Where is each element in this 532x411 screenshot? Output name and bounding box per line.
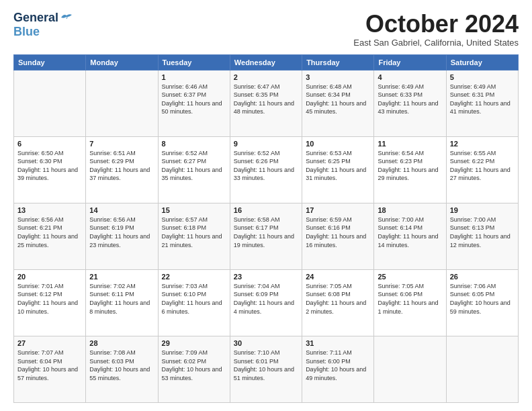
day-number: 30 <box>234 339 298 347</box>
day-number: 1 <box>162 73 226 81</box>
day-number: 31 <box>306 339 370 347</box>
day-info: Sunrise: 7:03 AM Sunset: 6:10 PM Dayligh… <box>162 282 226 316</box>
calendar-table: SundayMondayTuesdayWednesdayThursdayFrid… <box>13 54 519 403</box>
calendar-cell: 11Sunrise: 6:54 AM Sunset: 6:23 PM Dayli… <box>374 136 446 203</box>
day-info: Sunrise: 6:51 AM Sunset: 6:29 PM Dayligh… <box>89 149 154 183</box>
calendar-cell: 1Sunrise: 6:46 AM Sunset: 6:37 PM Daylig… <box>158 70 230 136</box>
header: General Blue October 2024 East San Gabri… <box>13 11 519 48</box>
col-header-thursday: Thursday <box>302 54 374 70</box>
calendar-cell: 30Sunrise: 7:10 AM Sunset: 6:01 PM Dayli… <box>230 336 302 402</box>
calendar-cell <box>446 336 518 402</box>
day-info: Sunrise: 7:08 AM Sunset: 6:03 PM Dayligh… <box>89 349 154 382</box>
day-number: 8 <box>162 140 226 148</box>
day-info: Sunrise: 6:59 AM Sunset: 6:16 PM Dayligh… <box>306 216 370 249</box>
calendar-cell <box>374 336 446 402</box>
day-number: 19 <box>450 206 515 214</box>
col-header-monday: Monday <box>86 54 158 70</box>
day-info: Sunrise: 7:00 AM Sunset: 6:13 PM Dayligh… <box>450 216 515 249</box>
calendar-cell: 29Sunrise: 7:09 AM Sunset: 6:02 PM Dayli… <box>158 336 230 402</box>
calendar-cell: 21Sunrise: 7:02 AM Sunset: 6:11 PM Dayli… <box>86 269 158 336</box>
calendar-cell: 18Sunrise: 7:00 AM Sunset: 6:14 PM Dayli… <box>374 203 446 269</box>
day-number: 16 <box>234 206 298 214</box>
calendar-cell: 12Sunrise: 6:55 AM Sunset: 6:22 PM Dayli… <box>446 136 518 203</box>
day-number: 22 <box>162 273 226 281</box>
calendar-cell: 13Sunrise: 6:56 AM Sunset: 6:21 PM Dayli… <box>14 203 86 269</box>
month-title: October 2024 <box>353 11 519 38</box>
day-number: 4 <box>378 73 442 81</box>
day-info: Sunrise: 7:00 AM Sunset: 6:14 PM Dayligh… <box>378 216 442 249</box>
day-info: Sunrise: 7:02 AM Sunset: 6:11 PM Dayligh… <box>89 282 154 316</box>
subtitle: East San Gabriel, California, United Sta… <box>353 38 519 48</box>
calendar-cell: 25Sunrise: 7:05 AM Sunset: 6:06 PM Dayli… <box>374 269 446 336</box>
day-info: Sunrise: 6:49 AM Sunset: 6:31 PM Dayligh… <box>450 83 515 116</box>
day-info: Sunrise: 7:04 AM Sunset: 6:09 PM Dayligh… <box>234 282 298 316</box>
day-number: 6 <box>17 140 82 148</box>
day-number: 7 <box>89 140 154 148</box>
day-number: 13 <box>17 206 82 214</box>
page: General Blue October 2024 East San Gabri… <box>0 0 532 411</box>
day-number: 25 <box>378 273 442 281</box>
logo-bird-icon <box>60 12 73 23</box>
calendar-cell: 17Sunrise: 6:59 AM Sunset: 6:16 PM Dayli… <box>302 203 374 269</box>
day-number: 23 <box>234 273 298 281</box>
day-number: 12 <box>450 140 515 148</box>
day-info: Sunrise: 6:53 AM Sunset: 6:25 PM Dayligh… <box>306 149 370 183</box>
calendar-cell <box>14 70 86 136</box>
day-info: Sunrise: 7:05 AM Sunset: 6:08 PM Dayligh… <box>306 282 370 316</box>
col-header-friday: Friday <box>374 54 446 70</box>
day-info: Sunrise: 7:06 AM Sunset: 6:05 PM Dayligh… <box>450 282 515 316</box>
calendar-cell: 6Sunrise: 6:50 AM Sunset: 6:30 PM Daylig… <box>14 136 86 203</box>
day-number: 26 <box>450 273 515 281</box>
day-info: Sunrise: 7:11 AM Sunset: 6:00 PM Dayligh… <box>306 349 370 382</box>
calendar-cell: 23Sunrise: 7:04 AM Sunset: 6:09 PM Dayli… <box>230 269 302 336</box>
day-info: Sunrise: 6:49 AM Sunset: 6:33 PM Dayligh… <box>378 83 442 116</box>
day-info: Sunrise: 6:50 AM Sunset: 6:30 PM Dayligh… <box>17 149 82 183</box>
calendar-cell: 4Sunrise: 6:49 AM Sunset: 6:33 PM Daylig… <box>374 70 446 136</box>
calendar-cell: 27Sunrise: 7:07 AM Sunset: 6:04 PM Dayli… <box>14 336 86 402</box>
day-info: Sunrise: 7:09 AM Sunset: 6:02 PM Dayligh… <box>162 349 226 382</box>
day-info: Sunrise: 7:01 AM Sunset: 6:12 PM Dayligh… <box>17 282 82 316</box>
day-number: 5 <box>450 73 515 81</box>
day-number: 15 <box>162 206 226 214</box>
calendar-cell: 31Sunrise: 7:11 AM Sunset: 6:00 PM Dayli… <box>302 336 374 402</box>
calendar-cell: 7Sunrise: 6:51 AM Sunset: 6:29 PM Daylig… <box>86 136 158 203</box>
day-info: Sunrise: 6:46 AM Sunset: 6:37 PM Dayligh… <box>162 83 226 116</box>
day-info: Sunrise: 6:48 AM Sunset: 6:34 PM Dayligh… <box>306 83 370 116</box>
day-number: 21 <box>89 273 154 281</box>
calendar-cell: 16Sunrise: 6:58 AM Sunset: 6:17 PM Dayli… <box>230 203 302 269</box>
day-info: Sunrise: 6:57 AM Sunset: 6:18 PM Dayligh… <box>162 216 226 249</box>
day-info: Sunrise: 6:52 AM Sunset: 6:27 PM Dayligh… <box>162 149 226 183</box>
day-info: Sunrise: 7:10 AM Sunset: 6:01 PM Dayligh… <box>234 349 298 382</box>
day-number: 24 <box>306 273 370 281</box>
calendar-cell: 10Sunrise: 6:53 AM Sunset: 6:25 PM Dayli… <box>302 136 374 203</box>
calendar-cell: 22Sunrise: 7:03 AM Sunset: 6:10 PM Dayli… <box>158 269 230 336</box>
calendar-cell: 28Sunrise: 7:08 AM Sunset: 6:03 PM Dayli… <box>86 336 158 402</box>
calendar-cell <box>86 70 158 136</box>
col-header-saturday: Saturday <box>446 54 518 70</box>
calendar-cell: 3Sunrise: 6:48 AM Sunset: 6:34 PM Daylig… <box>302 70 374 136</box>
day-info: Sunrise: 6:56 AM Sunset: 6:21 PM Dayligh… <box>17 216 82 249</box>
day-info: Sunrise: 6:56 AM Sunset: 6:19 PM Dayligh… <box>89 216 154 249</box>
logo-general: General <box>13 11 58 25</box>
logo: General Blue <box>13 11 73 39</box>
calendar-cell: 15Sunrise: 6:57 AM Sunset: 6:18 PM Dayli… <box>158 203 230 269</box>
day-number: 27 <box>17 339 82 347</box>
day-number: 18 <box>378 206 442 214</box>
day-number: 28 <box>89 339 154 347</box>
calendar-cell: 26Sunrise: 7:06 AM Sunset: 6:05 PM Dayli… <box>446 269 518 336</box>
day-number: 14 <box>89 206 154 214</box>
col-header-tuesday: Tuesday <box>158 54 230 70</box>
col-header-wednesday: Wednesday <box>230 54 302 70</box>
title-block: October 2024 East San Gabriel, Californi… <box>353 11 519 48</box>
calendar-cell: 2Sunrise: 6:47 AM Sunset: 6:35 PM Daylig… <box>230 70 302 136</box>
calendar-cell: 20Sunrise: 7:01 AM Sunset: 6:12 PM Dayli… <box>14 269 86 336</box>
day-number: 10 <box>306 140 370 148</box>
day-number: 29 <box>162 339 226 347</box>
calendar-cell: 24Sunrise: 7:05 AM Sunset: 6:08 PM Dayli… <box>302 269 374 336</box>
day-number: 11 <box>378 140 442 148</box>
day-number: 9 <box>234 140 298 148</box>
calendar-cell: 8Sunrise: 6:52 AM Sunset: 6:27 PM Daylig… <box>158 136 230 203</box>
day-number: 20 <box>17 273 82 281</box>
day-number: 17 <box>306 206 370 214</box>
day-info: Sunrise: 7:07 AM Sunset: 6:04 PM Dayligh… <box>17 349 82 382</box>
